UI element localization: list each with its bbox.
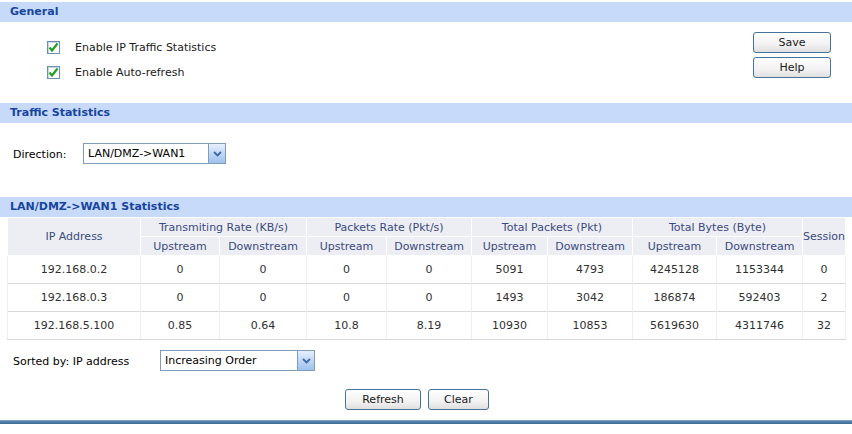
check-icon <box>48 67 59 78</box>
cell-value: 0 <box>307 256 387 284</box>
cell-value: 4793 <box>548 256 633 284</box>
chevron-down-icon[interactable] <box>208 144 225 163</box>
cell-value: 0 <box>141 256 220 284</box>
traffic-statistics-section-header: Traffic Statistics <box>0 103 852 123</box>
col-header-sessions: Sessions <box>803 218 846 256</box>
col-header-downstream: Downstream <box>548 237 633 256</box>
lan-dmz-wan1-statistics-section-header: LAN/DMZ->WAN1 Statistics <box>0 197 852 217</box>
cell-value: 0 <box>220 284 307 312</box>
cell-value: 592403 <box>717 284 803 312</box>
enable-ip-traffic-statistics-label: Enable IP Traffic Statistics <box>75 41 216 54</box>
cell-value: 3042 <box>548 284 633 312</box>
cell-value: 5619630 <box>633 312 717 340</box>
cell-ip-address: 192.168.0.2 <box>8 256 141 284</box>
cell-value: 0 <box>307 284 387 312</box>
enable-auto-refresh-row: Enable Auto-refresh <box>47 64 184 80</box>
lan-dmz-wan1-statistics-title: LAN/DMZ->WAN1 Statistics <box>10 200 180 213</box>
col-header-ip-address: IP Address <box>8 218 141 256</box>
cell-value: 10.8 <box>307 312 387 340</box>
cell-value: 32 <box>803 312 846 340</box>
cell-value: 5091 <box>472 256 548 284</box>
enable-ip-traffic-statistics-checkbox[interactable] <box>47 41 60 54</box>
chevron-down-icon[interactable] <box>297 351 314 370</box>
enable-auto-refresh-checkbox[interactable] <box>47 66 60 79</box>
cell-value: 10853 <box>548 312 633 340</box>
save-button[interactable]: Save <box>753 32 831 53</box>
cell-value: 0 <box>220 256 307 284</box>
cell-value: 0.85 <box>141 312 220 340</box>
cell-value: 2 <box>803 284 846 312</box>
general-section-title: General <box>10 5 58 18</box>
refresh-button[interactable]: Refresh <box>345 389 421 410</box>
sort-order-select-value: Increasing Order <box>161 354 297 367</box>
traffic-statistics-page: General Enable IP Traffic Statistics Ena… <box>0 0 852 434</box>
col-header-downstream: Downstream <box>387 237 472 256</box>
clear-button[interactable]: Clear <box>428 389 489 410</box>
cell-value: 0 <box>141 284 220 312</box>
general-section-header: General <box>0 2 852 22</box>
table-row: 192.168.0.3 0 0 0 0 1493 3042 186874 592… <box>8 284 846 312</box>
col-header-upstream: Upstream <box>472 237 548 256</box>
table-row: 192.168.5.100 0.85 0.64 10.8 8.19 10930 … <box>8 312 846 340</box>
table-row: 192.168.0.2 0 0 0 0 5091 4793 4245128 11… <box>8 256 846 284</box>
col-header-downstream: Downstream <box>220 237 307 256</box>
cell-value: 8.19 <box>387 312 472 340</box>
table-header-row-groups: IP Address Transmiting Rate (KB/s) Packe… <box>8 218 846 237</box>
enable-ip-traffic-statistics-row: Enable IP Traffic Statistics <box>47 39 216 55</box>
direction-select[interactable]: LAN/DMZ->WAN1 <box>83 143 226 164</box>
cell-ip-address: 192.168.0.3 <box>8 284 141 312</box>
col-header-packets-rate: Packets Rate (Pkt/s) <box>307 218 472 237</box>
cell-value: 10930 <box>472 312 548 340</box>
cell-value: 186874 <box>633 284 717 312</box>
col-header-downstream: Downstream <box>717 237 803 256</box>
sorted-by-label: Sorted by: IP address <box>13 355 129 368</box>
direction-select-value: LAN/DMZ->WAN1 <box>84 147 208 160</box>
col-header-upstream: Upstream <box>141 237 220 256</box>
cell-value: 0 <box>387 284 472 312</box>
col-header-upstream: Upstream <box>307 237 387 256</box>
cell-value: 4245128 <box>633 256 717 284</box>
cell-value: 0 <box>803 256 846 284</box>
direction-label: Direction: <box>13 148 66 161</box>
cell-value: 0 <box>387 256 472 284</box>
check-icon <box>48 42 59 53</box>
cell-value: 0.64 <box>220 312 307 340</box>
sort-order-select[interactable]: Increasing Order <box>160 350 315 371</box>
traffic-statistics-table: IP Address Transmiting Rate (KB/s) Packe… <box>7 217 846 340</box>
traffic-statistics-section-title: Traffic Statistics <box>10 106 110 119</box>
help-button[interactable]: Help <box>753 57 831 78</box>
cell-value: 1493 <box>472 284 548 312</box>
col-header-transmiting-rate: Transmiting Rate (KB/s) <box>141 218 307 237</box>
col-header-total-packets: Total Packets (Pkt) <box>472 218 633 237</box>
enable-auto-refresh-label: Enable Auto-refresh <box>75 66 184 79</box>
col-header-upstream: Upstream <box>633 237 717 256</box>
cell-value: 4311746 <box>717 312 803 340</box>
col-header-total-bytes: Total Bytes (Byte) <box>633 218 803 237</box>
bottom-divider <box>0 420 852 424</box>
cell-value: 1153344 <box>717 256 803 284</box>
cell-ip-address: 192.168.5.100 <box>8 312 141 340</box>
